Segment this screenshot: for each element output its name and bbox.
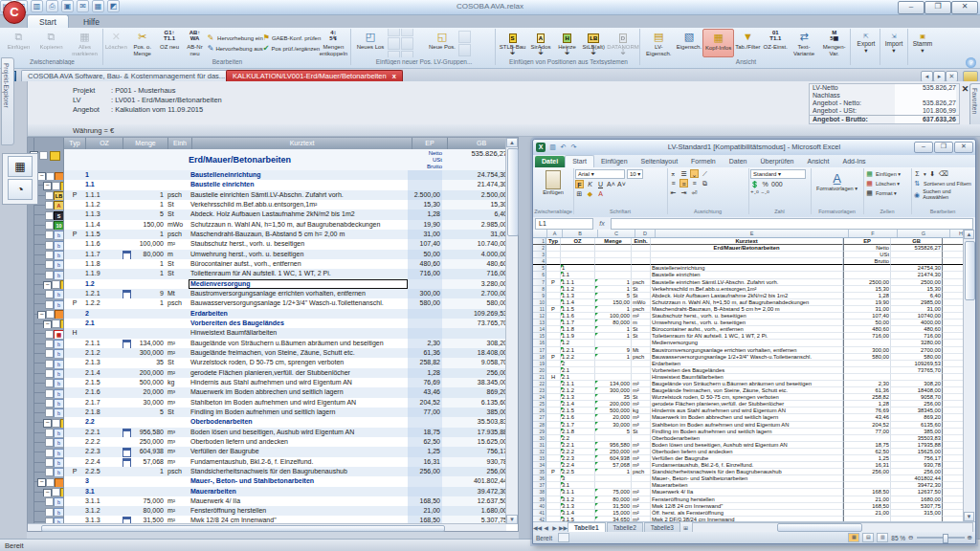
cell-E12[interactable]: Staubschutz herst., vorh. u. beseitigen — [651, 313, 843, 320]
cell-E15[interactable]: Toilettenraum für AN aufstell. 1 WC, 1 W… — [651, 333, 843, 340]
cell-C17[interactable]: 9 — [595, 347, 632, 354]
table-row[interactable]: b2.1.5500,000kgHindernis aus Stahl aufne… — [28, 378, 506, 387]
row-number[interactable]: 2 — [533, 245, 546, 252]
wrap-text-icon[interactable]: ⏎ — [690, 188, 699, 197]
table-row[interactable]: −2Erdarbeiten109.269,53 — [28, 309, 506, 319]
border-icon[interactable]: ⊞ — [575, 189, 584, 198]
cell-C8[interactable]: 1 — [595, 286, 632, 293]
cell-H12[interactable] — [943, 313, 964, 320]
highlight-off-button[interactable]: ✎ Hervorhebung aus — [208, 44, 263, 53]
currency-icon[interactable]: 💲 — [750, 180, 759, 188]
excel-tab-einfuegen[interactable]: Einfügen — [594, 156, 635, 167]
lv-vertical-scrollbar[interactable]: ▲ ▼ — [505, 138, 518, 524]
stlb-bau-button[interactable]: S⇣ STLB-Bau — [498, 29, 527, 57]
cell-D10[interactable]: mWo — [632, 299, 651, 306]
cell-E11[interactable]: Maschendraht-Bauzaun, B-Abstand 5 cm h= … — [651, 306, 843, 313]
row-checkbox[interactable] — [45, 221, 54, 230]
cell-D2[interactable] — [632, 245, 651, 252]
italic-button[interactable]: K — [586, 180, 594, 188]
insert-icon-6[interactable] — [401, 51, 413, 58]
cell-D20[interactable] — [632, 367, 651, 374]
cell-G28[interactable]: 6135,60 — [891, 422, 943, 429]
cell-A31[interactable] — [546, 442, 561, 449]
cell-H8[interactable] — [943, 286, 964, 293]
cell-B38[interactable]: 3.1.1 — [561, 489, 595, 496]
cell-F22[interactable]: 2,30 — [843, 381, 891, 387]
row-checkbox[interactable] — [52, 488, 60, 496]
excel-minimize-button[interactable]: – — [914, 142, 933, 153]
cell-C25[interactable]: 200,000 — [595, 401, 632, 408]
pagebreak-view-icon[interactable]: ▥ — [877, 533, 888, 542]
sort-filter-button[interactable]: Sortieren und Filtern — [924, 181, 971, 187]
cell-D33[interactable]: m³ — [632, 455, 651, 462]
col-menge[interactable]: Menge — [123, 138, 168, 149]
fill-icon[interactable]: ⬇ — [928, 169, 937, 178]
font-name-select[interactable]: Arial ▾ — [575, 169, 625, 179]
bold-button[interactable]: F — [575, 180, 584, 188]
stlb-alt-button[interactable]: LB⇣ StLB(alt) — [580, 29, 607, 57]
delete-button[interactable]: ✕ Löschen — [104, 29, 128, 57]
cell-H21[interactable] — [943, 374, 964, 381]
excel-grid[interactable]: ABCDEFGH 1TypOZMengeEinh.KurztextEPGB2Er… — [533, 230, 975, 521]
cell-E4[interactable] — [651, 258, 843, 265]
cell-E16[interactable]: Medienversorgung — [651, 340, 843, 346]
cell-C31[interactable]: 956,580 — [595, 442, 632, 449]
row-number[interactable]: 18 — [533, 354, 546, 361]
excel-close-button[interactable]: ✕ — [954, 142, 973, 153]
cell-A22[interactable] — [546, 381, 561, 387]
excel-title-bar[interactable]: X ▥ ↶ ↷ LV-Standard1 [Kompatibilitätsmod… — [533, 140, 975, 155]
cell-F13[interactable]: 50,00 — [843, 320, 891, 326]
stamm-button[interactable]: ▣ Stamm▾ — [908, 29, 937, 57]
row-number[interactable]: 32 — [533, 449, 546, 455]
table-row[interactable]: b2.1.1134,000m²Baugelände von Sträuchern… — [28, 339, 506, 348]
cell-H27[interactable] — [943, 414, 964, 421]
table-row[interactable]: b2.2.3604,938m³Verfüllen der Baugrube1,2… — [28, 447, 506, 456]
row-checkbox[interactable] — [45, 330, 54, 339]
merge-icon[interactable]: ⧉ — [701, 179, 709, 187]
row-number[interactable]: 22 — [533, 381, 546, 387]
cell-F35[interactable]: 256,00 — [843, 469, 891, 475]
cell-H13[interactable] — [943, 320, 964, 326]
cell-B34[interactable]: 2.2.4 — [561, 462, 595, 469]
cell-D37[interactable] — [632, 482, 651, 489]
column-header-A[interactable]: A — [547, 230, 563, 237]
project-explorer-tab[interactable]: Projekt-Explorer — [1, 57, 14, 145]
zoom-slider[interactable] — [917, 537, 965, 539]
cell-C33[interactable]: 604,938 — [595, 455, 632, 462]
insert-icon-7[interactable] — [458, 31, 471, 43]
excel-row[interactable]: 383.1.175,000m²Mauerwerk 4/ IIa168,50126… — [533, 489, 975, 496]
excel-tab-start[interactable]: Start — [565, 155, 594, 167]
cell-B37[interactable]: 3.1 — [561, 482, 595, 489]
fill-color-icon[interactable]: ◆ — [586, 189, 594, 198]
row-number[interactable]: 19 — [533, 361, 546, 367]
cell-A14[interactable] — [546, 326, 561, 333]
sirados-button[interactable]: A⇣ SirAdos — [527, 29, 554, 57]
cell-E7[interactable]: Baustelle einrichten Sämtl.LV-Abschn. Zu… — [651, 279, 843, 286]
row-checkbox[interactable] — [45, 290, 54, 298]
cell-G20[interactable]: 73765,70 — [891, 367, 943, 374]
excel-row[interactable]: 51Baustelleneinrichtung24754,30 — [533, 265, 975, 272]
cell-F41[interactable]: 21,00 — [843, 510, 891, 517]
grid-view-icon[interactable]: ▦ — [8, 156, 33, 177]
cell-E33[interactable]: Verfüllen der Baugrube — [651, 455, 843, 462]
cell-C16[interactable] — [595, 340, 632, 346]
cell-A39[interactable] — [546, 496, 561, 503]
cell-H24[interactable] — [943, 394, 964, 401]
excel-tab-ueberpruefen[interactable]: Überprüfen — [753, 156, 800, 167]
excel-row[interactable]: 322.2.2250,000m³Oberboden liefern und an… — [533, 449, 975, 455]
cell-B8[interactable]: 1.1.2 — [561, 286, 595, 293]
insert-icon-8[interactable] — [458, 44, 471, 56]
cell-E13[interactable]: Umwehrung herst., vorh. u. beseitigen — [651, 320, 843, 326]
row-checkbox[interactable] — [52, 419, 60, 428]
excel-undo-icon[interactable]: ↶ — [559, 143, 568, 151]
cell-D41[interactable]: m² — [632, 510, 651, 517]
cell-G18[interactable]: 580,00 — [891, 354, 943, 361]
excel-tab-ansicht[interactable]: Ansicht — [801, 156, 836, 167]
zoom-slider-thumb[interactable] — [943, 534, 948, 543]
cell-D23[interactable]: m² — [632, 387, 651, 394]
cell-C2[interactable] — [595, 245, 632, 252]
cell-B6[interactable]: 1.1 — [561, 272, 595, 278]
table-row[interactable]: b1.2.19MtBaustromversorgungsanlage erric… — [28, 289, 506, 298]
excel-row[interactable]: 202.1Vorbereiten des Baugeländes73765,70 — [533, 367, 975, 374]
cell-H1[interactable] — [943, 238, 964, 245]
